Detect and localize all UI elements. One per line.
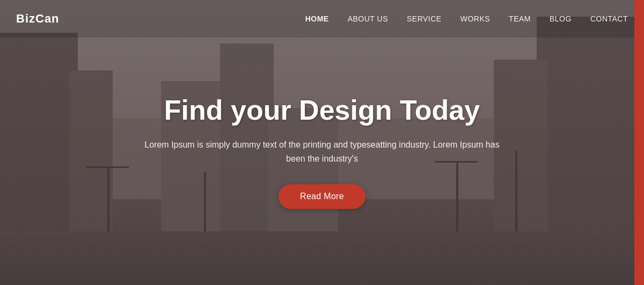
hero-subtitle: Lorem Ipsum is simply dummy text of the … bbox=[140, 138, 504, 165]
nav-link-blog[interactable]: BLOG bbox=[550, 14, 572, 23]
navbar: BizCan HOME ABOUT US SERVICE WORKS TEAM … bbox=[0, 0, 644, 38]
nav-link-about[interactable]: ABOUT US bbox=[348, 14, 388, 23]
nav-item-about[interactable]: ABOUT US bbox=[348, 14, 388, 24]
nav-link-service[interactable]: SERVICE bbox=[407, 14, 442, 23]
nav-link-home[interactable]: HOME bbox=[305, 14, 329, 23]
nav-link-contact[interactable]: CONTACT bbox=[590, 14, 628, 23]
accent-strip bbox=[634, 0, 644, 285]
hero-section: BizCan HOME ABOUT US SERVICE WORKS TEAM … bbox=[0, 0, 644, 285]
hero-content: Find your Design Today Lorem Ipsum is si… bbox=[121, 94, 523, 209]
nav-item-blog[interactable]: BLOG bbox=[550, 14, 572, 24]
hero-title: Find your Design Today bbox=[121, 94, 523, 127]
nav-item-team[interactable]: TEAM bbox=[509, 14, 531, 24]
nav-links: HOME ABOUT US SERVICE WORKS TEAM BLOG CO… bbox=[305, 14, 628, 24]
nav-item-service[interactable]: SERVICE bbox=[407, 14, 442, 24]
read-more-button[interactable]: Read More bbox=[279, 185, 365, 209]
nav-item-home[interactable]: HOME bbox=[305, 14, 329, 24]
nav-item-works[interactable]: WORKS bbox=[460, 14, 490, 24]
nav-link-works[interactable]: WORKS bbox=[460, 14, 490, 23]
nav-link-team[interactable]: TEAM bbox=[509, 14, 531, 23]
logo[interactable]: BizCan bbox=[16, 12, 60, 26]
nav-item-contact[interactable]: CONTACT bbox=[590, 14, 628, 24]
